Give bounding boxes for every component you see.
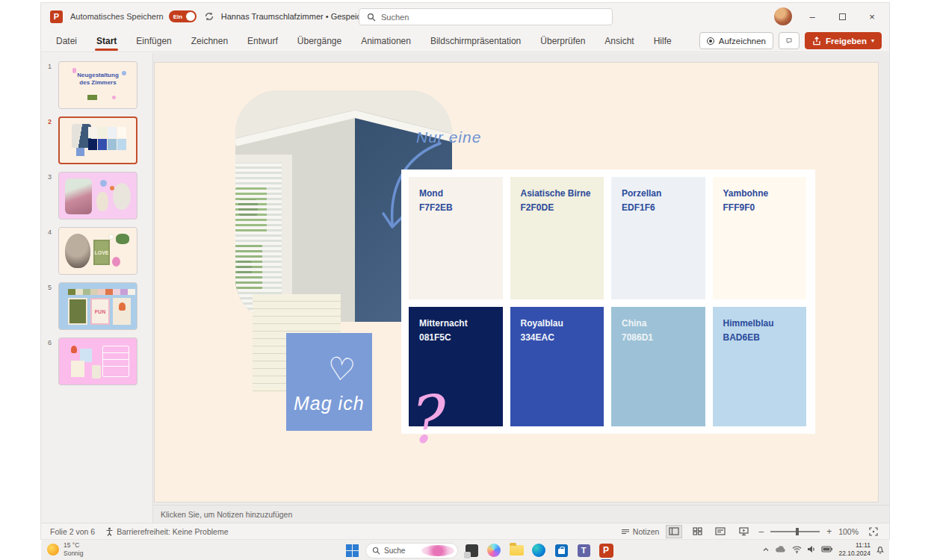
slide-thumbnail-3[interactable] — [58, 172, 137, 220]
tab-animationen[interactable]: Animationen — [359, 33, 412, 49]
tab-hilfe[interactable]: Hilfe — [652, 33, 673, 49]
zoom-in-button[interactable]: + — [826, 526, 832, 537]
minimize-button[interactable]: – — [802, 11, 822, 22]
comments-button[interactable] — [779, 32, 800, 49]
swatch-hex: BAD6EB — [723, 331, 802, 345]
task-view-button[interactable] — [463, 541, 480, 559]
zoom-level[interactable]: 100% — [838, 527, 859, 536]
search-input[interactable]: Suchen — [359, 8, 613, 25]
notification-bell-icon[interactable] — [876, 545, 885, 554]
slide-thumbnail-panel: 1 Neugestaltung des Zimmers 2 — [41, 53, 153, 523]
slide-thumbnail-1[interactable]: Neugestaltung des Zimmers — [58, 61, 137, 109]
fit-slide-button[interactable] — [865, 525, 882, 538]
tab-datei[interactable]: Datei — [55, 33, 78, 49]
slideshow-view-button[interactable] — [735, 525, 752, 538]
slide-thumbnail-6[interactable] — [58, 337, 137, 385]
accessibility-status[interactable]: Barrierefreiheit: Keine Probleme — [105, 527, 228, 536]
taskbar-clock[interactable]: 11:11 22.10.2024 — [838, 541, 870, 557]
reading-view-button[interactable] — [712, 525, 729, 538]
thumb3-chair-photo — [65, 178, 92, 214]
swatch-china[interactable]: China 7086D1 — [611, 307, 705, 426]
swatch-hex: F7F2EB — [419, 201, 498, 215]
file-explorer-button[interactable] — [507, 541, 525, 559]
status-bar: Folie 2 von 6 Barrierefreiheit: Keine Pr… — [41, 523, 889, 539]
autosave-toggle[interactable]: Ein — [169, 10, 197, 22]
search-icon — [372, 547, 380, 555]
tab-bildschirmpraesentation[interactable]: Bildschirmpräsentation — [429, 33, 522, 49]
slide-editor-area: Nur eine ♡ Mag ich — [153, 53, 889, 523]
thumb4-flower — [108, 234, 114, 240]
tab-einfuegen[interactable]: Einfügen — [134, 33, 173, 49]
maximize-button[interactable] — [832, 11, 852, 22]
start-button[interactable] — [343, 541, 361, 559]
swatch-hex: F2F0DE — [521, 201, 600, 215]
sticky-note[interactable]: ♡ Mag ich — [286, 333, 372, 431]
copilot-button[interactable] — [485, 541, 503, 559]
onedrive-cloud-icon[interactable] — [775, 545, 787, 553]
record-icon — [707, 37, 714, 45]
tab-ueberpruefen[interactable]: Überprüfen — [539, 33, 587, 49]
notes-bar[interactable]: Klicken Sie, um Notizen hinzuzufügen — [153, 505, 889, 523]
volume-icon[interactable] — [807, 545, 816, 553]
notes-toggle-button[interactable]: Notizen — [621, 527, 660, 536]
swatch-porzellan[interactable]: Porzellan EDF1F6 — [611, 177, 705, 299]
zoom-slider-thumb[interactable] — [796, 528, 799, 535]
thumb5-color-strip — [68, 289, 135, 295]
slide-sorter-view-button[interactable] — [689, 525, 705, 538]
weather-widget[interactable]: 15 °C Sonnig — [47, 541, 83, 557]
user-avatar[interactable] — [774, 7, 792, 25]
store-icon — [555, 544, 568, 557]
swatch-himmelblau[interactable]: Himmelblau BAD6EB — [713, 307, 807, 426]
share-button[interactable]: Freigeben ▾ — [805, 32, 882, 49]
slide-thumbnail-5[interactable]: FUN — [58, 282, 137, 330]
autosave-toggle-state: Ein — [173, 13, 182, 20]
close-button[interactable]: × — [862, 11, 882, 22]
tab-start[interactable]: Start — [95, 33, 118, 49]
record-button[interactable]: Aufzeichnen — [699, 32, 773, 49]
taskbar-search[interactable]: Suche — [365, 543, 458, 559]
swatch-name: Mond — [419, 187, 498, 201]
slide-thumbnail-2-selected[interactable] — [58, 116, 137, 164]
zoom-out-button[interactable]: – — [758, 526, 764, 537]
swatch-name: Himmelblau — [723, 317, 802, 331]
thumbnail-row-4: 4 LOVE — [41, 227, 152, 275]
edge-button[interactable] — [530, 541, 548, 559]
swatch-mond[interactable]: Mond F7F2EB — [409, 177, 503, 299]
weather-description: Sonnig — [64, 550, 83, 558]
swatch-name: Yambohne — [723, 187, 802, 201]
heart-icon: ♡ — [326, 349, 358, 389]
task-view-icon — [466, 544, 478, 557]
tab-ansicht[interactable]: Ansicht — [603, 33, 635, 49]
battery-icon[interactable] — [821, 546, 833, 553]
slide-canvas[interactable]: Nur eine ♡ Mag ich — [155, 63, 878, 502]
zoom-slider[interactable] — [770, 531, 820, 532]
thumb6-candle — [92, 365, 101, 379]
swatch-royalblau[interactable]: Royalblau 334EAC — [510, 307, 604, 426]
tab-entwurf[interactable]: Entwurf — [246, 33, 279, 49]
teams-button[interactable]: T — [575, 541, 593, 559]
thumb4-plant — [116, 234, 129, 244]
swatch-asiatische-birne[interactable]: Asiatische Birne F2F0DE — [510, 177, 604, 299]
sticky-note-text: Mag ich — [294, 393, 365, 414]
teams-icon: T — [578, 544, 590, 557]
question-mark-doodle[interactable]: ? — [403, 381, 444, 458]
accessibility-icon — [105, 527, 114, 536]
tab-uebergaenge[interactable]: Übergänge — [296, 33, 343, 49]
thumb6-drawer — [102, 346, 129, 377]
swatch-yambohne[interactable]: Yambohne FFF9F0 — [713, 177, 807, 299]
microsoft-store-button[interactable] — [552, 541, 570, 559]
thumb1-deco-green — [87, 95, 97, 100]
wifi-icon[interactable] — [792, 546, 802, 553]
hidden-icons-chevron-icon[interactable] — [762, 547, 770, 553]
color-palette-card[interactable]: Mond F7F2EB Asiatische Birne F2F0DE — [401, 169, 815, 434]
comment-icon — [786, 36, 792, 46]
document-title[interactable]: Hannas Traumschlafzimmer • Gespeichert — [221, 12, 375, 21]
powerpoint-taskbar-button[interactable]: P — [597, 541, 615, 559]
thumb3-deco-orange — [110, 186, 114, 190]
normal-view-button[interactable] — [666, 525, 682, 538]
tab-zeichnen[interactable]: Zeichnen — [190, 33, 229, 49]
slide-thumbnail-4[interactable]: LOVE — [58, 227, 137, 275]
swatch-name: Mitternacht — [419, 317, 498, 331]
powerpoint-icon: P — [599, 544, 613, 558]
thumbnail-row-5: 5 FUN — [41, 282, 152, 330]
